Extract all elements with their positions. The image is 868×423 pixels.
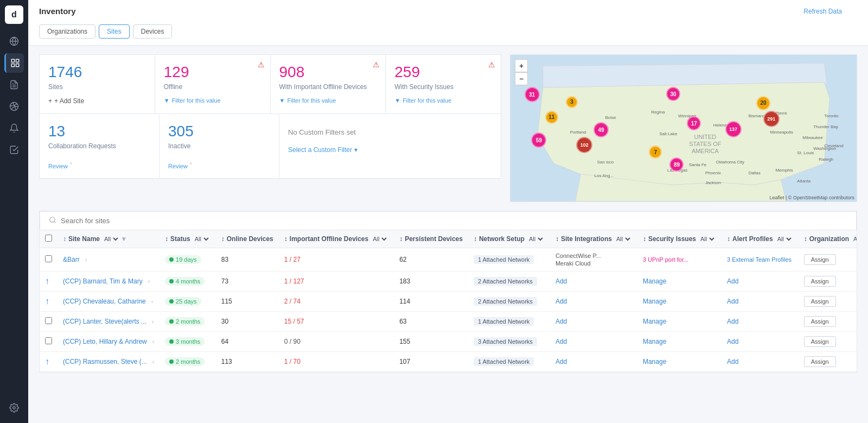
org-sort-icon[interactable]: ↕ [804, 235, 807, 243]
org-header: ↕ Organization All [799, 230, 857, 248]
site-name-filter[interactable]: All [102, 235, 120, 243]
sidebar-item-reports[interactable] [4, 75, 24, 94]
integrations-sort-icon[interactable]: ↕ [556, 235, 559, 243]
cluster-20[interactable]: 20 [756, 96, 770, 110]
cluster-11[interactable]: 11 [545, 111, 558, 124]
svg-line-41 [54, 222, 56, 223]
security-filter-link[interactable]: ▼ Filter for this value [394, 97, 492, 104]
row-expand-icon[interactable]: › [148, 279, 150, 285]
alerts-add-link[interactable]: Add [727, 298, 738, 305]
imp-offline-cell: 1 / 127 [279, 272, 394, 292]
site-name-cell: (CCP) Leto, Hillary & Andrew › [58, 332, 159, 352]
imp-offline-filter[interactable]: All [371, 235, 388, 243]
row-expand-icon[interactable]: › [151, 299, 153, 305]
offline-filter-link[interactable]: ▼ Filter for this value [164, 97, 261, 104]
persistent-sort-icon[interactable]: ↕ [399, 235, 403, 243]
row-expand-icon[interactable]: › [152, 359, 154, 365]
alerts-add-link[interactable]: Add [727, 277, 738, 285]
online-cell: 30 [216, 312, 279, 332]
row-expand-icon[interactable]: › [152, 339, 154, 345]
sidebar-item-network[interactable] [4, 97, 24, 116]
alerts-add-link[interactable]: Add [727, 358, 738, 365]
site-link[interactable]: (CCP) Barnard, Tim & Mary [63, 277, 143, 285]
alerts-link[interactable]: 3 External Team Profiles [727, 256, 792, 263]
sidebar-item-globe[interactable] [4, 31, 24, 51]
alerts-add-link[interactable]: Add [727, 338, 738, 345]
svg-text:Washington: Washington [813, 146, 836, 151]
alerts-add-link[interactable]: Add [727, 318, 738, 325]
assign-button[interactable]: Assign [804, 276, 836, 287]
map-zoom-in-button[interactable]: + [515, 59, 528, 72]
cluster-3[interactable]: 3 [566, 96, 578, 108]
integrations-add-link[interactable]: Add [556, 318, 567, 325]
row-checkbox[interactable] [45, 317, 52, 324]
integrations-add-link[interactable]: Add [556, 358, 567, 365]
security-manage-link[interactable]: Manage [643, 358, 666, 365]
table-row: (CCP) Leto, Hillary & Andrew › 3 months … [40, 332, 857, 352]
tab-sites[interactable]: Sites [99, 24, 130, 39]
alerts-sort-icon[interactable]: ↕ [727, 235, 730, 243]
security-alert-icon: ⚠ [488, 60, 495, 69]
sidebar-item-settings[interactable] [4, 398, 24, 418]
network-filter[interactable]: All [527, 235, 545, 243]
alerts-filter[interactable]: All [775, 235, 793, 243]
security-filter[interactable]: All [698, 235, 716, 243]
assign-button[interactable]: Assign [804, 296, 836, 307]
status-filter[interactable]: All [193, 235, 210, 243]
site-link[interactable]: &Barr [63, 256, 80, 263]
sidebar-item-inventory[interactable] [4, 53, 24, 73]
assign-button[interactable]: Assign [804, 316, 836, 327]
security-manage-link[interactable]: Manage [643, 338, 666, 345]
site-link[interactable]: (CCP) Chevaleau, Catharine [63, 298, 146, 305]
collab-review-link[interactable]: Review [48, 163, 68, 169]
online-sort-icon[interactable]: ↕ [221, 235, 225, 243]
integrations-add-link[interactable]: Add [556, 298, 567, 305]
row-checkbox[interactable] [45, 337, 52, 344]
refresh-data-link[interactable]: Refresh Data [803, 8, 842, 15]
inactive-review-link[interactable]: Review [168, 163, 188, 169]
security-manage-link[interactable]: Manage [643, 277, 666, 285]
add-site-button[interactable]: + + Add Site [48, 97, 146, 105]
org-filter[interactable]: All [851, 235, 857, 243]
status-sort-icon[interactable]: ↕ [165, 235, 168, 243]
integrations-filter[interactable]: All [614, 235, 632, 243]
site-link[interactable]: (CCP) Leto, Hillary & Andrew [63, 338, 147, 345]
row-expand-icon[interactable]: › [85, 257, 87, 263]
app-logo[interactable]: d [5, 5, 23, 24]
row-expand-icon[interactable]: › [152, 319, 154, 325]
alerts-cell: Add [722, 352, 799, 372]
cluster-291[interactable]: 291 [763, 111, 780, 127]
persistent-cell: 183 [394, 272, 468, 292]
site-link[interactable]: (CCP) Rasmussen, Steve (... [63, 358, 147, 365]
alerts-header: ↕ Alert Profiles All [722, 230, 799, 248]
assign-button[interactable]: Assign [804, 336, 836, 347]
important-offline-filter-link[interactable]: ▼ Filter for this value [279, 97, 377, 104]
map-zoom-out-button[interactable]: − [515, 72, 528, 85]
integrations-add-link[interactable]: Add [556, 338, 567, 345]
sidebar-item-tickets[interactable] [4, 140, 24, 160]
network-cell: 2 Attached Networks [468, 272, 550, 292]
sidebar-item-alerts[interactable] [4, 118, 24, 138]
network-tag: 2 Attached Networks [474, 297, 537, 306]
tab-organizations[interactable]: Organizations [39, 24, 95, 39]
cluster-137[interactable]: 137 [725, 121, 742, 137]
sort-icon[interactable]: ↕ [63, 235, 66, 243]
tab-devices[interactable]: Devices [133, 24, 173, 39]
cluster-31[interactable]: 31 [525, 87, 540, 102]
select-all-checkbox[interactable] [45, 235, 52, 242]
row-checkbox[interactable] [45, 255, 52, 262]
assign-button[interactable]: Assign [804, 254, 836, 265]
select-custom-filter-btn[interactable]: Select a Custom Filter ▾ [288, 146, 492, 154]
search-input[interactable] [61, 217, 847, 225]
security-sort-icon[interactable]: ↕ [643, 235, 646, 243]
assign-button[interactable]: Assign [804, 356, 836, 367]
status-badge: 2 months [165, 317, 205, 326]
online-devices-header: ↕ Online Devices [216, 230, 279, 248]
imp-offline-sort-icon[interactable]: ↕ [284, 235, 288, 243]
network-sort-icon[interactable]: ↕ [474, 235, 477, 243]
network-cell: 3 Attached Networks [468, 332, 550, 352]
site-link[interactable]: (CCP) Lanter, Steve(alerts ... [63, 318, 146, 325]
security-manage-link[interactable]: Manage [643, 318, 666, 325]
integrations-add-link[interactable]: Add [556, 277, 567, 285]
security-manage-link[interactable]: Manage [643, 298, 666, 305]
